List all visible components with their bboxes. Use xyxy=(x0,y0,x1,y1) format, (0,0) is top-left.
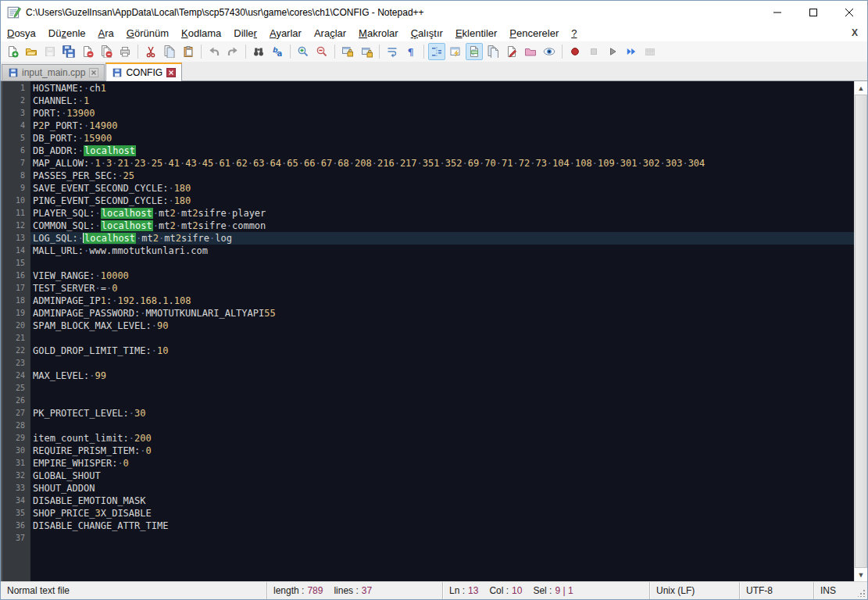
undo-button[interactable] xyxy=(205,43,223,60)
paste-button[interactable] xyxy=(180,43,197,60)
text-editor-content[interactable]: HOSTNAME:·ch1CHANNEL:·1PORT:·13900P2P_PO… xyxy=(30,81,854,581)
code-line: DISABLE_EMOTION_MASK xyxy=(30,495,854,507)
whitespace-dot: · xyxy=(95,208,100,219)
code-line: SHOUT_ADDON xyxy=(30,482,854,495)
sync-scroll-vertical-button[interactable] xyxy=(339,43,356,60)
tab-config[interactable]: CONFIG xyxy=(105,62,182,81)
tab-input-main-cpp[interactable]: input_main.cpp xyxy=(2,64,105,80)
zoom-in-button[interactable] xyxy=(295,43,312,60)
close-document-x-button[interactable]: X xyxy=(847,27,867,38)
macro-play-button[interactable] xyxy=(604,43,621,60)
tab-label: CONFIG xyxy=(126,67,163,78)
code-line xyxy=(30,532,854,545)
macro-run-multiple-icon xyxy=(625,45,638,58)
whitespace-dot: · xyxy=(264,158,270,169)
maximize-button[interactable] xyxy=(795,1,831,24)
line-number: 22 xyxy=(2,345,25,357)
status-encoding[interactable]: UTF-8 xyxy=(739,582,813,599)
whitespace-dot: · xyxy=(117,458,123,469)
zoom-out-button[interactable] xyxy=(313,43,330,60)
word-wrap-button[interactable] xyxy=(384,43,401,60)
whitespace-dot: · xyxy=(638,158,643,169)
number-token: 192 xyxy=(117,295,134,306)
replace-icon: ba xyxy=(271,45,284,58)
code-line: PORT:·13900 xyxy=(30,107,854,120)
vertical-scrollbar[interactable]: ▲ ▼ xyxy=(854,81,867,581)
file-monitoring-icon xyxy=(543,45,555,58)
minimize-button[interactable] xyxy=(759,1,795,24)
whitespace-dot: · xyxy=(140,308,145,319)
whitespace-dot: · xyxy=(513,158,518,169)
show-all-characters-icon: ¶ xyxy=(405,45,417,58)
menu-item-g-r-n-m[interactable]: Görünüm xyxy=(120,26,175,41)
status-insert-mode[interactable]: INS xyxy=(813,582,853,599)
shortcut-mapper-button[interactable] xyxy=(447,43,464,60)
toolbar-separator xyxy=(334,45,335,59)
open-file-button[interactable] xyxy=(23,43,40,60)
whitespace-dot: · xyxy=(570,158,575,169)
menu-item-ayarlar[interactable]: Ayarlar xyxy=(263,26,308,41)
edit-popup-button[interactable] xyxy=(503,43,520,60)
scroll-up-arrow[interactable]: ▲ xyxy=(855,81,867,95)
document-map-button[interactable] xyxy=(466,43,483,60)
editor-area[interactable]: 1234567891011121314151617181920212223242… xyxy=(1,81,867,581)
status-ln-value: 13 xyxy=(468,585,478,596)
title-bar[interactable]: C:\Users\GuzelInsan\AppData\Local\Temp\s… xyxy=(1,1,867,24)
sync-scroll-horizontal-button[interactable] xyxy=(358,43,375,60)
menu-item-dosya[interactable]: Dosya xyxy=(1,26,42,41)
cut-button[interactable] xyxy=(142,43,159,60)
menu-item-ara-lar[interactable]: Araçlar xyxy=(308,26,352,41)
close-button[interactable] xyxy=(831,1,867,24)
number-token: 1 xyxy=(101,295,106,306)
close-all-button[interactable] xyxy=(98,43,115,60)
project-panel-button[interactable] xyxy=(522,43,539,60)
menu-item-eklentiler[interactable]: Eklentiler xyxy=(449,26,503,41)
new-file-icon xyxy=(6,45,19,58)
close-file-button[interactable] xyxy=(79,43,96,60)
number-token: 304 xyxy=(688,158,705,169)
status-eol-format[interactable]: Unix (LF) xyxy=(649,582,739,599)
new-file-button[interactable] xyxy=(4,43,21,60)
menu-item-item[interactable]: ? xyxy=(565,26,583,41)
menu-item-ara[interactable]: Ara xyxy=(92,26,120,41)
macro-run-multiple-button[interactable] xyxy=(623,43,640,60)
doc-switcher-button[interactable] xyxy=(484,43,502,60)
replace-button[interactable]: ba xyxy=(269,43,286,60)
tab-close-icon[interactable] xyxy=(166,68,176,78)
save-all-button[interactable] xyxy=(60,43,77,60)
show-all-characters-button[interactable]: ¶ xyxy=(402,43,420,60)
menu-item-diller[interactable]: Diller xyxy=(227,26,263,41)
highlighted-word: localhost xyxy=(84,233,136,244)
find-button[interactable] xyxy=(250,43,267,60)
indent-guide-button[interactable] xyxy=(428,43,445,60)
file-monitoring-button[interactable] xyxy=(541,43,558,60)
number-token: 0 xyxy=(123,458,129,469)
line-number: 1 xyxy=(2,82,25,95)
code-line: CHANNEL:·1 xyxy=(30,95,854,107)
menu-item-makrolar[interactable]: Makrolar xyxy=(352,26,405,41)
notepad-plus-plus-window: C:\Users\GuzelInsan\AppData\Local\Temp\s… xyxy=(0,0,868,600)
code-line xyxy=(30,395,854,407)
redo-button[interactable] xyxy=(224,43,241,60)
print-button[interactable] xyxy=(116,43,134,60)
menu-item-kodlama[interactable]: Kodlama xyxy=(175,26,227,41)
line-number: 8 xyxy=(2,170,25,182)
whitespace-dot: · xyxy=(159,233,164,244)
scroll-down-arrow[interactable]: ▼ xyxy=(855,568,867,581)
menu-item-al-t-r[interactable]: Çalıştır xyxy=(405,26,449,41)
whitespace-dot: · xyxy=(298,158,304,169)
copy-button[interactable] xyxy=(161,43,178,60)
macro-record-button[interactable] xyxy=(566,43,584,60)
number-token: 0 xyxy=(146,445,152,456)
status-lines-value: 37 xyxy=(362,585,372,596)
menu-item-pencereler[interactable]: Pencereler xyxy=(503,26,565,41)
number-token: 108 xyxy=(174,295,191,306)
status-doc-type: Normal text file xyxy=(1,582,266,599)
zoom-out-icon xyxy=(316,45,328,58)
menu-item-d-zenle[interactable]: Düzenle xyxy=(42,26,92,41)
resize-grip[interactable] xyxy=(853,582,867,599)
tab-close-icon[interactable] xyxy=(88,68,98,78)
whitespace-dot: · xyxy=(176,208,181,219)
number-token: 217 xyxy=(400,158,417,169)
scrollbar-thumb[interactable] xyxy=(855,95,867,568)
